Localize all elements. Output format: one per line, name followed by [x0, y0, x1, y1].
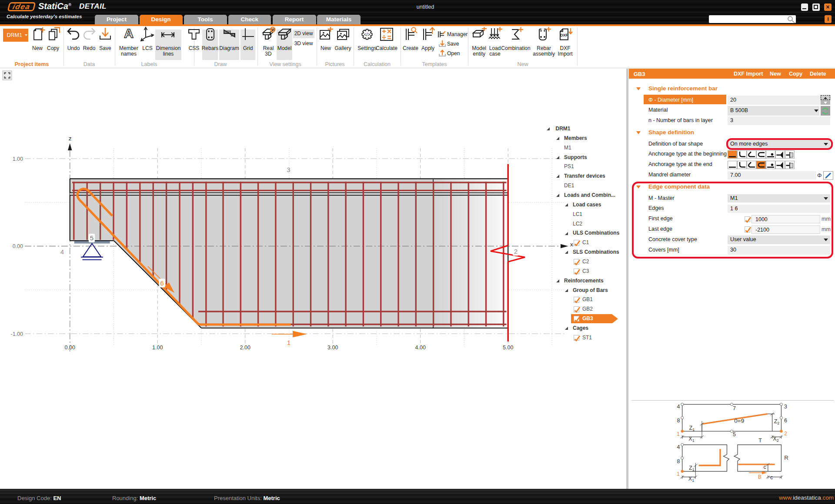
svg-text:c: c	[770, 474, 773, 481]
svg-text:Z1: Z1	[689, 465, 695, 472]
svg-text:1: 1	[287, 339, 291, 346]
svg-text:8: 8	[677, 418, 680, 424]
svg-text:4.00: 4.00	[415, 345, 426, 351]
svg-text:8: 8	[677, 458, 680, 464]
svg-text:-1.00: -1.00	[11, 331, 23, 337]
svg-text:4: 4	[677, 444, 680, 450]
svg-text:Z1: Z1	[689, 425, 695, 432]
svg-text:A: A	[124, 26, 134, 40]
svg-text:3: 3	[784, 404, 787, 410]
svg-text:1: 1	[677, 471, 680, 477]
svg-text:2: 2	[514, 248, 518, 255]
svg-text:</>: </>	[364, 32, 371, 37]
svg-text:z: z	[69, 135, 72, 142]
svg-text:2.00: 2.00	[240, 345, 250, 351]
svg-text:B: B	[758, 474, 762, 480]
svg-text:5: 5	[90, 234, 94, 242]
svg-text:5.00: 5.00	[503, 345, 513, 351]
svg-text:0.00: 0.00	[13, 243, 23, 249]
svg-text:6: 6	[160, 279, 164, 287]
svg-text:x: x	[570, 241, 573, 248]
svg-text:1: 1	[677, 431, 680, 437]
svg-text:0.00: 0.00	[65, 345, 75, 351]
svg-text:6: 6	[784, 418, 787, 424]
svg-text:1.00: 1.00	[152, 345, 163, 351]
svg-text:c: c	[763, 464, 766, 470]
svg-text:3.00: 3.00	[327, 345, 338, 351]
svg-text:4: 4	[677, 404, 680, 410]
svg-text:Z2: Z2	[774, 418, 780, 425]
svg-text:4: 4	[60, 248, 64, 255]
svg-text:0=9: 0=9	[734, 418, 744, 424]
svg-text:5: 5	[733, 431, 736, 438]
svg-text:R: R	[784, 454, 788, 461]
svg-text:3: 3	[287, 166, 290, 173]
svg-text:T: T	[758, 438, 762, 444]
svg-text:1.00: 1.00	[13, 156, 23, 162]
svg-text:2: 2	[784, 431, 787, 437]
svg-text:7: 7	[733, 405, 736, 411]
svg-text:DXF: DXF	[560, 33, 568, 37]
